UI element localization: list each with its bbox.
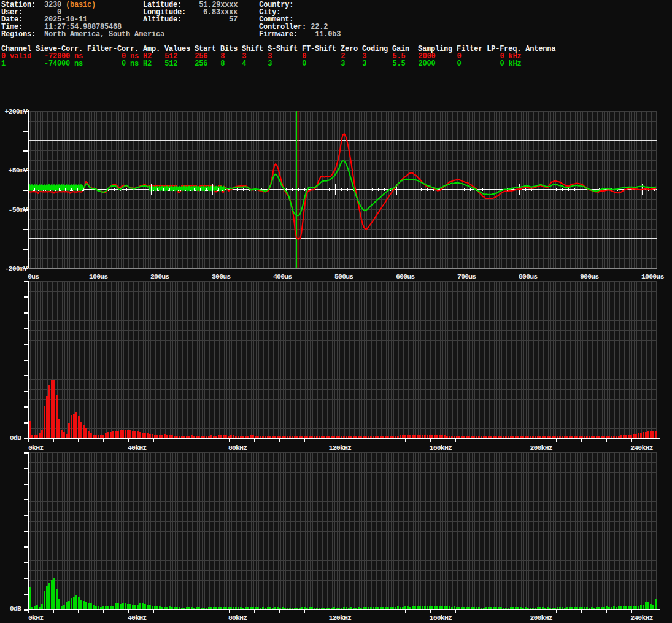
svg-text:120kHz: 120kHz [329,614,352,622]
svg-text:240kHz: 240kHz [630,444,653,452]
svg-text:400us: 400us [273,273,292,281]
svg-text:1000us: 1000us [641,273,664,281]
svg-text:0kHz: 0kHz [28,444,44,452]
svg-text:+50mV: +50mV [9,166,28,174]
svg-text:160kHz: 160kHz [430,444,452,452]
svg-text:300us: 300us [212,273,231,281]
svg-text:0dB: 0dB [10,434,21,442]
svg-text:80kHz: 80kHz [228,614,247,622]
svg-text:40kHz: 40kHz [128,444,147,452]
svg-text:40kHz: 40kHz [128,614,147,622]
svg-text:600us: 600us [396,273,415,281]
svg-text:-200mV: -200mV [5,265,28,273]
svg-text:120kHz: 120kHz [329,444,352,452]
svg-text:500us: 500us [334,273,353,281]
svg-text:200kHz: 200kHz [530,444,552,452]
svg-text:+200mV: +200mV [5,107,28,115]
svg-text:160kHz: 160kHz [430,614,452,622]
svg-text:0dB: 0dB [10,605,21,613]
svg-text:0us: 0us [28,273,39,281]
svg-text:900us: 900us [580,273,599,281]
svg-text:800us: 800us [519,273,538,281]
svg-text:0kHz: 0kHz [28,614,44,622]
svg-text:700us: 700us [457,273,476,281]
svg-text:200us: 200us [150,273,169,281]
svg-text:200kHz: 200kHz [530,614,552,622]
svg-text:-50mV: -50mV [9,206,28,214]
svg-text:100us: 100us [89,273,108,281]
svg-text:80kHz: 80kHz [228,444,247,452]
svg-text:240kHz: 240kHz [630,614,653,622]
